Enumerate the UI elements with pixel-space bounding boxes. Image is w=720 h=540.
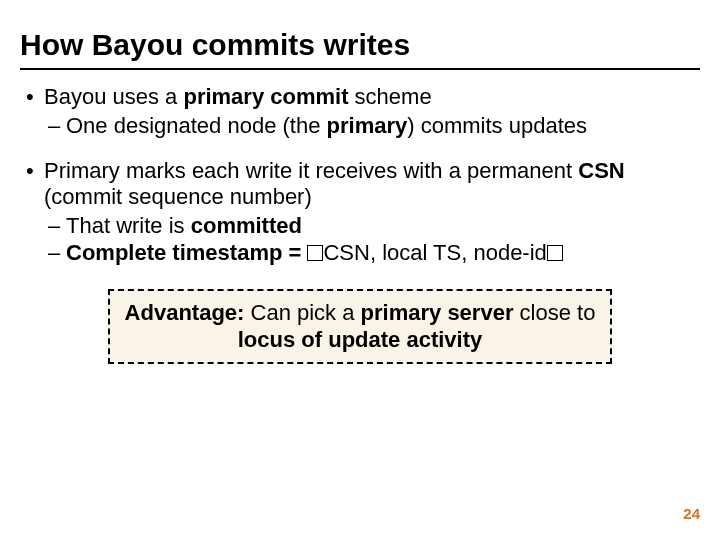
slide: How Bayou commits writes Bayou uses a pr…	[0, 0, 720, 540]
sub-bullet: Complete timestamp = CSN, local TS, node…	[44, 240, 700, 267]
sub-list: One designated node (the primary) commit…	[44, 113, 700, 140]
text-bold: locus of update activity	[238, 327, 483, 352]
text: ) commits updates	[407, 113, 587, 138]
text: (commit sequence number)	[44, 184, 312, 209]
sub-list: That write is committed Complete timesta…	[44, 213, 700, 267]
advantage-callout: Advantage: Can pick a primary server clo…	[108, 289, 612, 364]
text-bold: primary	[327, 113, 408, 138]
text-bold: Advantage:	[125, 300, 245, 325]
text: CSN, local TS, node-id	[323, 240, 546, 265]
page-number: 24	[683, 505, 700, 522]
text-bold: primary server	[361, 300, 514, 325]
title-underline	[20, 68, 700, 70]
text: Bayou uses a	[44, 84, 183, 109]
text: Can pick a	[244, 300, 360, 325]
text-bold: Complete timestamp =	[66, 240, 307, 265]
text: That write is	[66, 213, 191, 238]
placeholder-glyph-icon	[547, 245, 563, 261]
text: Primary marks each write it receives wit…	[44, 158, 578, 183]
sub-bullet: That write is committed	[44, 213, 700, 240]
placeholder-glyph-icon	[307, 245, 323, 261]
sub-bullet: One designated node (the primary) commit…	[44, 113, 700, 140]
slide-title: How Bayou commits writes	[20, 28, 700, 62]
text-bold: primary commit	[183, 84, 348, 109]
text-bold: committed	[191, 213, 302, 238]
text: One designated node (the	[66, 113, 327, 138]
text: close to	[513, 300, 595, 325]
bullet-list: Bayou uses a primary commit scheme One d…	[20, 84, 700, 267]
bullet-2: Primary marks each write it receives wit…	[20, 158, 700, 267]
text-bold: CSN	[578, 158, 624, 183]
bullet-1: Bayou uses a primary commit scheme One d…	[20, 84, 700, 140]
text: scheme	[349, 84, 432, 109]
